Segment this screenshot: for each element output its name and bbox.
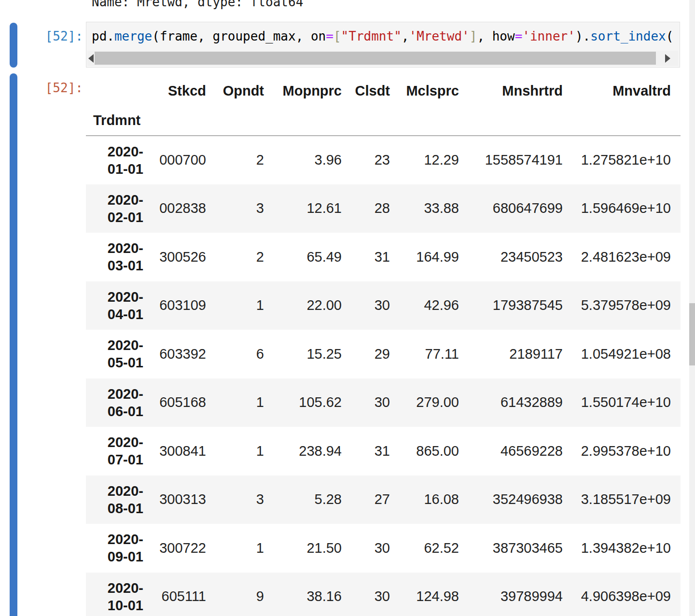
code-editor[interactable]: pd.merge(frame, grouped_max, on=["Trdmnt… bbox=[86, 22, 680, 68]
row-index-label: 2020-09-01 bbox=[100, 531, 143, 565]
scroll-right-icon[interactable] bbox=[665, 54, 670, 63]
table-row: 2020-03-01300526265.4931164.99234505232.… bbox=[86, 233, 681, 281]
row-index: 2020-05-01 bbox=[86, 330, 153, 378]
table-cell: 21.50 bbox=[274, 524, 351, 573]
code-token-plain: (frame, grouped_max, on bbox=[152, 29, 326, 43]
table-cell: 300841 bbox=[153, 427, 216, 476]
table-cell: 12.61 bbox=[274, 184, 351, 233]
table-cell: 62.52 bbox=[400, 524, 469, 573]
table-cell: 2.481623e+09 bbox=[572, 233, 681, 281]
table-cell: 23450523 bbox=[469, 233, 572, 281]
table-cell: 46569228 bbox=[469, 427, 572, 476]
code-token-function: merge bbox=[114, 29, 152, 43]
table-cell: 3 bbox=[216, 184, 274, 233]
table-cell: 603392 bbox=[153, 330, 216, 378]
row-index: 2020-09-01 bbox=[86, 524, 153, 573]
code-token-plain: ( bbox=[666, 29, 674, 43]
row-index-label: 2020-05-01 bbox=[100, 336, 143, 371]
table-cell: 002838 bbox=[153, 184, 216, 233]
row-index-label: 2020-08-01 bbox=[100, 482, 143, 517]
table-cell: 3.185517e+09 bbox=[572, 476, 681, 524]
table-cell: 2189117 bbox=[469, 330, 572, 378]
table-cell: 30 bbox=[351, 573, 400, 616]
table-cell: 28 bbox=[351, 184, 400, 233]
row-index-label: 2020-03-01 bbox=[100, 239, 143, 274]
row-index: 2020-08-01 bbox=[86, 476, 153, 524]
table-cell: 65.49 bbox=[274, 233, 351, 281]
table-cell: 33.88 bbox=[400, 184, 469, 233]
column-header: Stkcd bbox=[153, 76, 216, 105]
table-cell: 30 bbox=[351, 378, 400, 427]
index-row-spacer bbox=[400, 105, 469, 136]
row-index-label: 2020-07-01 bbox=[100, 434, 143, 468]
table-row: 2020-04-01603109122.003042.961793875455.… bbox=[86, 281, 681, 330]
scroll-left-icon[interactable] bbox=[88, 54, 94, 63]
horizontal-scrollbar[interactable] bbox=[87, 51, 678, 66]
row-index-label: 2020-06-01 bbox=[100, 385, 143, 420]
table-cell: 1558574191 bbox=[469, 136, 572, 184]
horizontal-scrollbar-thumb[interactable] bbox=[95, 52, 656, 65]
table-cell: 61432889 bbox=[469, 378, 572, 427]
table-cell: 9 bbox=[216, 573, 274, 616]
table-cell: 6 bbox=[216, 330, 274, 378]
table-cell: 30 bbox=[351, 281, 400, 330]
code-token-bracket: ] bbox=[470, 29, 477, 43]
row-index: 2020-01-01 bbox=[86, 136, 153, 184]
table-cell: 164.99 bbox=[400, 233, 469, 281]
code-token-string: "Trdmnt" bbox=[341, 29, 402, 43]
table-cell: 238.94 bbox=[274, 427, 351, 476]
table-cell: 352496938 bbox=[469, 476, 572, 524]
code-token-plain: pd. bbox=[92, 29, 114, 43]
row-index: 2020-03-01 bbox=[86, 233, 153, 281]
column-header: Mopnprc bbox=[274, 76, 351, 105]
table-cell: 27 bbox=[351, 476, 400, 524]
table-row: 2020-10-01605111938.1630124.98397899944.… bbox=[86, 573, 681, 616]
index-row-spacer bbox=[216, 105, 274, 136]
jupyter-notebook-viewport: { "colors": { "cell_indicator": "#3b76c5… bbox=[0, 0, 695, 616]
table-cell: 23 bbox=[351, 136, 400, 184]
code-token-operator: = bbox=[515, 29, 523, 43]
code-token-plain: , how bbox=[477, 29, 514, 43]
code-token-string: 'inner' bbox=[522, 29, 575, 43]
table-cell: 3 bbox=[216, 476, 274, 524]
column-header: Mnshrtrd bbox=[469, 76, 572, 105]
row-index: 2020-02-01 bbox=[86, 184, 153, 233]
code-token-bracket: [ bbox=[334, 29, 341, 43]
column-header: Opndt bbox=[216, 76, 274, 105]
table-cell: 29 bbox=[351, 330, 400, 378]
vertical-scrollbar-thumb[interactable] bbox=[689, 303, 695, 365]
row-index: 2020-04-01 bbox=[86, 281, 153, 330]
table-cell: 1 bbox=[216, 378, 274, 427]
row-index-label: 2020-04-01 bbox=[100, 288, 143, 323]
table-cell: 5.28 bbox=[274, 476, 351, 524]
row-index: 2020-07-01 bbox=[86, 427, 153, 476]
table-cell: 865.00 bbox=[400, 427, 469, 476]
previous-cell-output: Name: Mretwd, dtype: float64 bbox=[92, 0, 303, 10]
table-cell: 1 bbox=[216, 427, 274, 476]
table-cell: 1.550174e+10 bbox=[572, 378, 681, 427]
code-token-operator: = bbox=[326, 29, 334, 43]
index-row-spacer bbox=[469, 105, 572, 136]
index-name: Trdmnt bbox=[86, 105, 153, 136]
table-cell: 3.96 bbox=[274, 136, 351, 184]
index-row-spacer bbox=[351, 105, 400, 136]
table-row: 2020-09-01300722121.503062.523873034651.… bbox=[86, 524, 681, 573]
vertical-scrollbar[interactable] bbox=[689, 0, 695, 616]
table-cell: 300313 bbox=[153, 476, 216, 524]
output-prompt: [52]: bbox=[0, 80, 83, 96]
index-row-spacer bbox=[274, 105, 351, 136]
table-row: 2020-02-01002838312.612833.886806476991.… bbox=[86, 184, 681, 233]
table-cell: 42.96 bbox=[400, 281, 469, 330]
table-cell: 38.16 bbox=[274, 573, 351, 616]
table-cell: 5.379578e+09 bbox=[572, 281, 681, 330]
table-cell: 300722 bbox=[153, 524, 216, 573]
code-token-function: sort_index bbox=[590, 29, 666, 43]
index-header-blank bbox=[86, 76, 153, 105]
table-cell: 1 bbox=[216, 281, 274, 330]
table-cell: 12.29 bbox=[400, 136, 469, 184]
row-index: 2020-06-01 bbox=[86, 378, 153, 427]
table-cell: 1.054921e+08 bbox=[572, 330, 681, 378]
table-row: 2020-08-0130031335.282716.083524969383.1… bbox=[86, 476, 681, 524]
active-cell-collapser-output[interactable] bbox=[10, 73, 17, 616]
row-index-label: 2020-01-01 bbox=[100, 143, 143, 178]
